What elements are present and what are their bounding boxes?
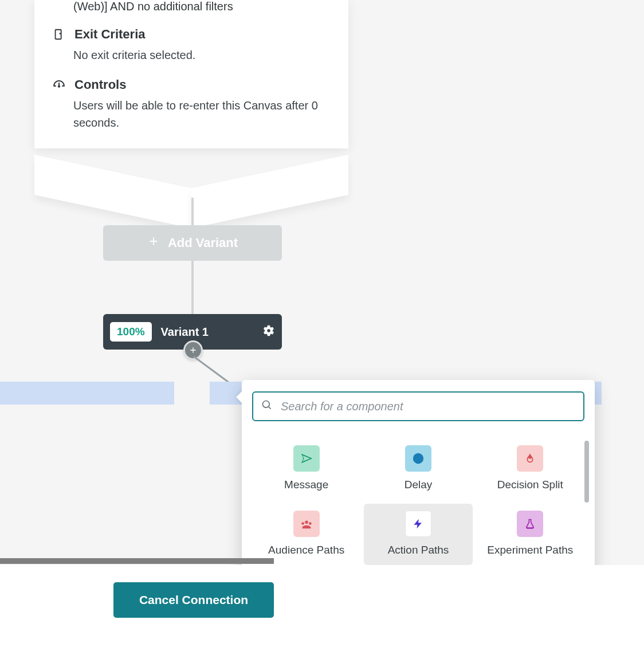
flask-icon — [517, 511, 543, 537]
add-variant-label: Add Variant — [168, 236, 238, 250]
cancel-connection-label: Cancel Connection — [139, 593, 248, 607]
entry-criteria-fragment: (Web)] AND no additional filters — [73, 0, 331, 13]
controls-title: Controls — [74, 77, 126, 92]
component-label: Delay — [405, 477, 433, 492]
lightning-icon — [405, 511, 431, 537]
timeline-bar — [0, 558, 274, 564]
component-tile-decision-split[interactable]: Decision Split — [476, 438, 584, 500]
connector-line — [191, 198, 194, 226]
cancel-connection-button[interactable]: Cancel Connection — [113, 582, 274, 618]
wishbone-icon — [517, 445, 543, 472]
footer-area — [0, 565, 644, 651]
card-chevron-bottom — [34, 160, 348, 195]
variant-percent-badge: 100% — [110, 322, 152, 342]
component-tile-audience-paths[interactable]: Audience Paths — [252, 504, 360, 566]
component-grid: MessageDelayDecision SplitAudience Paths… — [242, 421, 595, 571]
component-label: Experiment Paths — [487, 543, 573, 558]
search-icon — [261, 399, 273, 413]
component-tile-experiment-paths[interactable]: Experiment Paths — [476, 504, 584, 566]
popover-pointer — [236, 390, 243, 404]
component-label: Action Paths — [388, 543, 449, 558]
component-tile-delay[interactable]: Delay — [364, 438, 472, 500]
exit-door-icon — [52, 27, 66, 42]
connector-line — [191, 261, 194, 315]
clock-icon — [405, 445, 431, 472]
paper-plane-icon — [293, 445, 320, 472]
component-label: Audience Paths — [268, 543, 344, 558]
component-label: Decision Split — [497, 477, 563, 492]
gauge-icon — [52, 77, 66, 92]
scrollbar-thumb[interactable] — [584, 441, 589, 503]
canvas-entry-card: (Web)] AND no additional filters Exit Cr… — [34, 0, 348, 148]
search-input-wrap[interactable] — [252, 391, 584, 421]
gear-icon[interactable] — [262, 324, 275, 339]
variant-name: Variant 1 — [161, 326, 253, 339]
component-label: Message — [284, 477, 328, 492]
wishbone-icon — [293, 511, 320, 537]
component-tile-action-paths[interactable]: Action Paths — [364, 504, 472, 566]
search-input[interactable] — [281, 400, 575, 413]
plus-icon — [147, 235, 160, 251]
controls-text: Users will be able to re-enter this Canv… — [73, 97, 331, 131]
add-variant-button[interactable]: Add Variant — [103, 225, 282, 261]
exit-criteria-text: No exit criteria selected. — [73, 46, 331, 64]
exit-criteria-title: Exit Criteria — [74, 27, 146, 42]
component-tile-message[interactable]: Message — [252, 438, 360, 500]
